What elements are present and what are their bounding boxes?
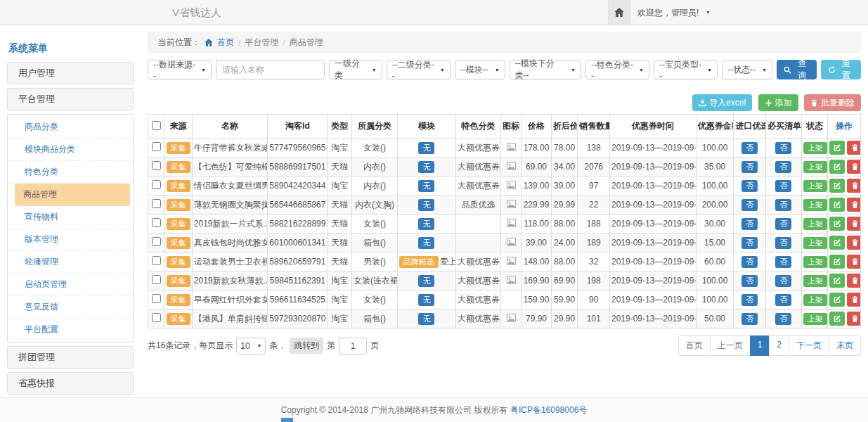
- import-select-toggle[interactable]: 否: [741, 275, 758, 287]
- import-select-toggle[interactable]: 否: [741, 237, 758, 249]
- status-toggle[interactable]: 上架: [803, 275, 827, 287]
- filter-select-宝贝类型[interactable]: --宝贝类型--: [654, 60, 718, 79]
- status-toggle[interactable]: 上架: [803, 256, 827, 268]
- row-checkbox[interactable]: [152, 313, 161, 322]
- page-button-下一页[interactable]: 下一页: [789, 335, 829, 356]
- status-toggle[interactable]: 上架: [803, 161, 827, 173]
- status-toggle[interactable]: 上架: [803, 142, 827, 154]
- must-buy-toggle[interactable]: 否: [775, 199, 791, 211]
- sidebar-section-拼团管理[interactable]: 拼团管理: [7, 346, 134, 369]
- module-badge[interactable]: 无: [418, 237, 434, 249]
- module-badge[interactable]: 无: [418, 313, 434, 325]
- must-buy-toggle[interactable]: 否: [775, 142, 791, 154]
- status-toggle[interactable]: 上架: [803, 218, 827, 230]
- row-checkbox[interactable]: [152, 180, 161, 189]
- filter-select-模块下分类[interactable]: --模块下分类--: [510, 60, 581, 79]
- delete-button[interactable]: [847, 198, 860, 212]
- sidebar-item-特色分类[interactable]: 特色分类: [8, 161, 133, 184]
- row-checkbox[interactable]: [152, 161, 161, 170]
- icp-link[interactable]: 粤ICP备16098006号: [510, 405, 587, 415]
- breadcrumb-home-link[interactable]: 首页: [217, 37, 234, 49]
- import-select-toggle[interactable]: 否: [741, 256, 758, 268]
- row-checkbox[interactable]: [152, 199, 161, 208]
- module-badge[interactable]: 无: [418, 294, 434, 306]
- select-all-checkbox[interactable]: [152, 121, 161, 130]
- filter-select-一级分类[interactable]: 一级分类: [329, 60, 382, 79]
- import-select-toggle[interactable]: 否: [741, 180, 758, 192]
- must-buy-toggle[interactable]: 否: [775, 180, 791, 192]
- sidebar-item-启动页管理[interactable]: 启动页管理: [8, 274, 133, 296]
- filter-select-状态[interactable]: --状态--: [722, 60, 772, 79]
- filter-select-模块[interactable]: --模块--: [455, 60, 505, 79]
- delete-button[interactable]: [847, 255, 860, 269]
- import-select-toggle[interactable]: 否: [741, 294, 758, 306]
- edit-button[interactable]: [829, 255, 845, 269]
- edit-button[interactable]: [829, 141, 845, 155]
- page-button-1[interactable]: 1: [750, 335, 770, 356]
- filter-select-二级分类[interactable]: --二级分类--: [387, 60, 451, 79]
- must-buy-toggle[interactable]: 否: [775, 256, 791, 268]
- filter-select-特色分类[interactable]: --特色分类--: [585, 60, 649, 79]
- import-select-toggle[interactable]: 否: [741, 161, 758, 173]
- sidebar-section-用户管理[interactable]: 用户管理: [7, 62, 134, 84]
- edit-button[interactable]: [829, 160, 845, 174]
- batch-delete-button[interactable]: 批量删除: [804, 94, 861, 111]
- home-button[interactable]: [608, 0, 630, 25]
- edit-button[interactable]: [829, 179, 845, 193]
- jump-page-input[interactable]: [339, 338, 367, 354]
- edit-button[interactable]: [829, 198, 845, 212]
- status-toggle[interactable]: 上架: [803, 199, 827, 211]
- must-buy-toggle[interactable]: 否: [775, 161, 791, 173]
- edit-button[interactable]: [829, 274, 845, 288]
- row-checkbox[interactable]: [152, 237, 161, 246]
- user-menu[interactable]: 欢迎您，管理员!: [637, 7, 711, 19]
- module-badge[interactable]: 无: [418, 142, 434, 154]
- delete-button[interactable]: [847, 236, 860, 250]
- row-checkbox[interactable]: [152, 218, 161, 227]
- row-checkbox[interactable]: [152, 294, 161, 303]
- must-buy-toggle[interactable]: 否: [775, 313, 791, 325]
- delete-button[interactable]: [847, 217, 860, 231]
- sidebar-section-省惠快报[interactable]: 省惠快报: [7, 372, 134, 395]
- filter-select-数据来源[interactable]: --数据来源--: [148, 60, 212, 79]
- jump-button[interactable]: 跳转到: [290, 338, 323, 354]
- row-checkbox[interactable]: [152, 142, 161, 151]
- breadcrumb-item[interactable]: 平台管理: [245, 37, 278, 49]
- delete-button[interactable]: [847, 160, 860, 174]
- status-toggle[interactable]: 上架: [803, 313, 827, 325]
- must-buy-toggle[interactable]: 否: [775, 275, 791, 287]
- import-select-toggle[interactable]: 否: [741, 142, 758, 154]
- sidebar-item-平台配置[interactable]: 平台配置: [8, 319, 133, 340]
- sidebar-item-轮播管理[interactable]: 轮播管理: [8, 251, 133, 274]
- module-badge[interactable]: 无: [418, 180, 434, 192]
- sidebar-item-商品分类[interactable]: 商品分类: [8, 116, 133, 139]
- row-checkbox[interactable]: [152, 256, 161, 265]
- page-button-末页[interactable]: 末页: [829, 335, 861, 356]
- module-badge[interactable]: 无: [418, 161, 434, 173]
- edit-button[interactable]: [829, 293, 845, 307]
- delete-button[interactable]: [847, 312, 860, 326]
- add-button[interactable]: 添加: [758, 94, 798, 111]
- delete-button[interactable]: [847, 141, 860, 155]
- import-select-toggle[interactable]: 否: [741, 218, 758, 230]
- delete-button[interactable]: [847, 274, 860, 288]
- sidebar-item-商品管理[interactable]: 商品管理: [15, 184, 130, 206]
- reset-button[interactable]: 重置: [821, 60, 861, 79]
- status-toggle[interactable]: 上架: [803, 237, 827, 249]
- per-page-select[interactable]: 10: [236, 338, 266, 354]
- must-buy-toggle[interactable]: 否: [775, 237, 791, 249]
- import-select-toggle[interactable]: 否: [741, 199, 758, 211]
- sidebar-item-模块商品分类[interactable]: 模块商品分类: [8, 139, 133, 161]
- must-buy-toggle[interactable]: 否: [775, 218, 791, 230]
- edit-button[interactable]: [829, 217, 845, 231]
- query-button[interactable]: 查询: [777, 60, 817, 79]
- module-badge[interactable]: 无: [418, 199, 434, 211]
- row-checkbox[interactable]: [152, 275, 161, 284]
- sidebar-item-宣传物料[interactable]: 宣传物料: [8, 206, 133, 229]
- import-excel-button[interactable]: 导入excel: [692, 94, 752, 111]
- import-select-toggle[interactable]: 否: [741, 313, 758, 325]
- sidebar-item-版本管理[interactable]: 版本管理: [8, 229, 133, 251]
- edit-button[interactable]: [829, 312, 845, 326]
- module-badge[interactable]: 无: [418, 275, 434, 287]
- module-badge[interactable]: 品牌精选: [399, 256, 439, 268]
